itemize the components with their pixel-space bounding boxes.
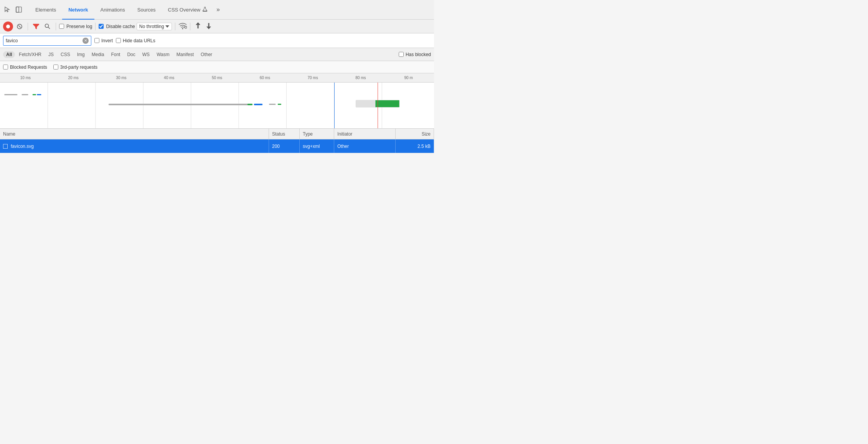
svg-marker-14 bbox=[196, 22, 200, 25]
hide-data-urls-checkbox-label[interactable]: Hide data URLs bbox=[116, 38, 155, 43]
svg-marker-16 bbox=[206, 27, 211, 29]
td-size: 2.5 kB bbox=[396, 139, 434, 153]
throttling-select[interactable]: No throttling bbox=[137, 23, 172, 30]
svg-rect-35 bbox=[356, 100, 375, 107]
svg-rect-15 bbox=[208, 23, 210, 27]
svg-point-5 bbox=[45, 24, 49, 27]
svg-rect-27 bbox=[33, 94, 36, 95]
hide-data-urls-checkbox[interactable] bbox=[116, 38, 121, 43]
timeline-rows bbox=[0, 83, 434, 128]
blocked-bar: Blocked Requests 3rd-party requests bbox=[0, 61, 434, 73]
th-name: Name bbox=[0, 129, 269, 139]
th-status: Status bbox=[269, 129, 300, 139]
dock-icon[interactable] bbox=[15, 5, 23, 14]
cursor-icon[interactable] bbox=[3, 5, 12, 14]
preserve-log-checkbox[interactable] bbox=[59, 24, 64, 29]
svg-rect-31 bbox=[254, 104, 263, 105]
divider-5 bbox=[190, 23, 190, 30]
tl-label-60ms: 60 ms bbox=[241, 76, 289, 80]
clear-icon bbox=[17, 23, 23, 30]
resource-btn-doc[interactable]: Doc bbox=[124, 51, 138, 58]
resource-btn-js[interactable]: JS bbox=[45, 51, 57, 58]
resource-btn-all[interactable]: All bbox=[3, 51, 15, 58]
wifi-settings-icon[interactable] bbox=[178, 22, 187, 30]
table-row[interactable]: favicon.svg 200 svg+xml Other 2.5 kB bbox=[0, 139, 434, 153]
tl-label-50ms: 50 ms bbox=[193, 76, 241, 80]
svg-line-6 bbox=[48, 27, 50, 29]
flask-icon bbox=[203, 7, 207, 12]
resource-btn-media[interactable]: Media bbox=[89, 51, 107, 58]
timeline-chart bbox=[0, 83, 434, 129]
tab-network[interactable]: Network bbox=[62, 0, 94, 20]
divider-2 bbox=[56, 23, 56, 30]
third-party-requests-checkbox[interactable] bbox=[53, 65, 58, 70]
invert-checkbox[interactable] bbox=[94, 38, 99, 43]
filter-bar: ✕ Invert Hide data URLs bbox=[0, 33, 434, 48]
preserve-log-label[interactable]: Preserve log bbox=[59, 24, 92, 29]
resource-btn-other[interactable]: Other bbox=[198, 51, 215, 58]
svg-rect-32 bbox=[269, 104, 276, 105]
timeline-header: 10 ms 20 ms 30 ms 40 ms 50 ms 60 ms 70 m… bbox=[0, 73, 434, 83]
resource-btn-font[interactable]: Font bbox=[108, 51, 123, 58]
blocked-requests-label[interactable]: Blocked Requests bbox=[3, 65, 47, 70]
resource-btn-fetch-xhr[interactable]: Fetch/XHR bbox=[16, 51, 45, 58]
resource-btn-wasm[interactable]: Wasm bbox=[153, 51, 173, 58]
svg-point-7 bbox=[182, 28, 183, 29]
third-party-requests-label[interactable]: 3rd-party requests bbox=[53, 65, 97, 70]
search-box[interactable]: ✕ bbox=[3, 36, 91, 46]
row-checkbox[interactable] bbox=[3, 144, 8, 149]
invert-checkbox-label[interactable]: Invert bbox=[94, 38, 113, 43]
tl-label-30ms: 30 ms bbox=[97, 76, 145, 80]
search-input[interactable] bbox=[6, 38, 83, 43]
filter-icon bbox=[33, 24, 39, 29]
svg-rect-25 bbox=[4, 94, 17, 95]
tab-sources[interactable]: Sources bbox=[131, 0, 162, 20]
td-status: 200 bbox=[269, 139, 300, 153]
resource-btn-css[interactable]: CSS bbox=[58, 51, 73, 58]
svg-point-2 bbox=[6, 25, 10, 28]
record-button[interactable] bbox=[3, 22, 13, 31]
svg-line-4 bbox=[18, 25, 21, 28]
svg-rect-29 bbox=[109, 104, 252, 105]
tab-animations[interactable]: Animations bbox=[94, 0, 131, 20]
more-tabs-button[interactable]: » bbox=[213, 0, 223, 20]
tab-elements[interactable]: Elements bbox=[29, 0, 62, 20]
divider-4 bbox=[175, 23, 175, 30]
tl-label-80ms: 80 ms bbox=[337, 76, 384, 80]
upload-har-button[interactable] bbox=[195, 22, 201, 31]
tab-css-overview[interactable]: CSS Overview bbox=[162, 0, 214, 20]
svg-rect-1 bbox=[16, 7, 19, 12]
disable-cache-checkbox[interactable] bbox=[99, 24, 104, 29]
blocked-requests-checkbox[interactable] bbox=[3, 65, 8, 70]
svg-rect-36 bbox=[375, 100, 399, 107]
svg-rect-13 bbox=[198, 25, 199, 28]
svg-rect-28 bbox=[37, 94, 41, 95]
resource-btn-img[interactable]: Img bbox=[74, 51, 88, 58]
has-blocked-checkbox[interactable] bbox=[399, 52, 404, 57]
timeline-labels: 10 ms 20 ms 30 ms 40 ms 50 ms 60 ms 70 m… bbox=[0, 76, 434, 80]
table-body: favicon.svg 200 svg+xml Other 2.5 kB bbox=[0, 139, 434, 153]
divider-3 bbox=[95, 23, 96, 30]
table-header: Name Status Type Initiator Size bbox=[0, 129, 434, 139]
network-toolbar: Preserve log Disable cache No throttling bbox=[0, 20, 434, 33]
th-size: Size bbox=[396, 129, 434, 139]
th-type: Type bbox=[300, 129, 334, 139]
chevron-down-icon bbox=[165, 25, 169, 28]
download-har-button[interactable] bbox=[206, 22, 212, 31]
tl-label-20ms: 20 ms bbox=[50, 76, 97, 80]
svg-point-8 bbox=[185, 26, 187, 28]
disable-cache-label[interactable]: Disable cache bbox=[99, 24, 135, 29]
divider-1 bbox=[28, 23, 28, 30]
resource-btn-manifest[interactable]: Manifest bbox=[173, 51, 197, 58]
th-initiator: Initiator bbox=[334, 129, 396, 139]
td-initiator: Other bbox=[334, 139, 396, 153]
tl-label-70ms: 70 ms bbox=[289, 76, 337, 80]
svg-rect-33 bbox=[278, 104, 281, 105]
search-clear-button[interactable]: ✕ bbox=[83, 38, 89, 44]
filter-button[interactable] bbox=[31, 22, 41, 31]
clear-button[interactable] bbox=[15, 22, 25, 31]
has-blocked: Has blocked bbox=[399, 52, 431, 57]
resource-btn-ws[interactable]: WS bbox=[139, 51, 153, 58]
td-type: svg+xml bbox=[300, 139, 334, 153]
search-button[interactable] bbox=[43, 22, 53, 31]
